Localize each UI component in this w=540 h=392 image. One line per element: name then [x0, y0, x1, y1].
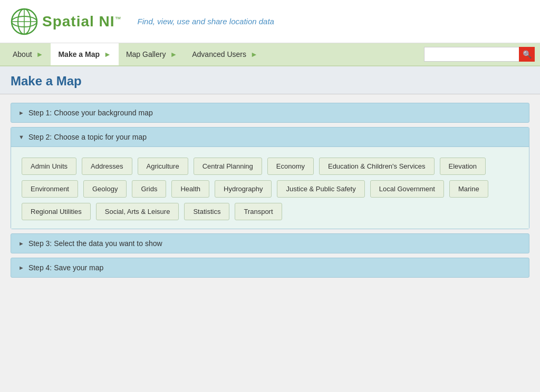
step2-content: Admin UnitsAddressesAgricultureCentral P…: [11, 147, 529, 229]
topic-btn-environment[interactable]: Environment: [22, 180, 78, 198]
topic-btn-marine[interactable]: Marine: [449, 180, 488, 198]
logo-icon: [11, 8, 38, 35]
topic-btn-elevation[interactable]: Elevation: [440, 158, 486, 175]
topic-btn-regional-utilities[interactable]: Regional Utilities: [22, 203, 91, 220]
topic-btn-geology[interactable]: Geology: [83, 180, 127, 198]
main-content: ► Step 1: Choose your background map ▼ S…: [0, 94, 540, 290]
nav-advanced-users-label: Advanced Users: [192, 50, 246, 58]
step1-label: Step 1: Choose your background map: [28, 109, 153, 117]
step3-label: Step 3: Select the data you want to show: [28, 239, 162, 248]
topic-btn-justice---public-safety[interactable]: Justice & Public Safety: [277, 180, 364, 198]
topic-btn-agriculture[interactable]: Agriculture: [138, 158, 188, 175]
page-title: Make a Map: [11, 74, 529, 89]
topic-btn-education---children-s-services[interactable]: Education & Children's Services: [319, 158, 435, 175]
step4-panel: ► Step 4: Save your map: [11, 258, 529, 278]
nav-map-gallery-arrow: ►: [170, 50, 177, 58]
topic-btn-economy[interactable]: Economy: [267, 158, 314, 175]
nav-about-arrow: ►: [36, 50, 44, 58]
search-icon: 🔍: [523, 50, 532, 58]
step1-panel: ► Step 1: Choose your background map: [11, 103, 529, 123]
nav-make-a-map-label: Make a Map: [58, 50, 100, 58]
step2-label: Step 2: Choose a topic for your map: [28, 133, 147, 141]
site-header: Spatial NI™ Find, view, use and share lo…: [0, 0, 540, 43]
nav-about[interactable]: About ►: [5, 43, 51, 65]
step2-toggle: ▼: [18, 134, 24, 140]
nav-make-a-map-arrow: ►: [104, 50, 111, 58]
tagline: Find, view, use and share location data: [138, 17, 274, 26]
step3-panel: ► Step 3: Select the data you want to sh…: [11, 233, 529, 253]
nav-advanced-users-arrow: ►: [250, 50, 258, 58]
logo-name: Spatial NI: [42, 13, 115, 30]
nav-map-gallery-label: Map Gallery: [126, 50, 166, 58]
step2-header[interactable]: ▼ Step 2: Choose a topic for your map: [11, 128, 529, 147]
topic-btn-local-government[interactable]: Local Government: [370, 180, 444, 198]
logo-area[interactable]: Spatial NI™: [11, 8, 122, 35]
search-area: 🔍: [424, 47, 535, 62]
logo-tm: ™: [115, 15, 122, 22]
topic-btn-hydrography[interactable]: Hydrography: [215, 180, 272, 198]
topic-btn-health[interactable]: Health: [171, 180, 209, 198]
navbar: About ► Make a Map ► Map Gallery ► Advan…: [0, 43, 540, 66]
step1-toggle: ►: [18, 110, 24, 116]
step4-toggle: ►: [18, 264, 24, 271]
topic-btn-admin-units[interactable]: Admin Units: [22, 158, 76, 175]
step2-panel: ▼ Step 2: Choose a topic for your map Ad…: [11, 127, 529, 229]
nav-about-label: About: [13, 50, 32, 58]
step3-header[interactable]: ► Step 3: Select the data you want to sh…: [11, 234, 529, 253]
step4-label: Step 4: Save your map: [28, 263, 103, 272]
search-input[interactable]: [424, 47, 519, 62]
topic-btn-central-planning[interactable]: Central Planning: [194, 158, 262, 175]
topic-btn-addresses[interactable]: Addresses: [82, 158, 132, 175]
nav-make-a-map[interactable]: Make a Map ►: [51, 43, 118, 65]
nav-advanced-users[interactable]: Advanced Users ►: [185, 43, 265, 65]
logo-text: Spatial NI™: [42, 13, 122, 30]
search-button[interactable]: 🔍: [519, 47, 535, 62]
nav-map-gallery[interactable]: Map Gallery ►: [119, 43, 185, 65]
step4-header[interactable]: ► Step 4: Save your map: [11, 258, 529, 277]
step3-toggle: ►: [18, 240, 24, 247]
step1-header[interactable]: ► Step 1: Choose your background map: [11, 103, 529, 122]
page-title-area: Make a Map: [0, 66, 540, 94]
topic-btn-statistics[interactable]: Statistics: [184, 203, 229, 220]
topic-grid: Admin UnitsAddressesAgricultureCentral P…: [22, 158, 518, 220]
topic-btn-transport[interactable]: Transport: [235, 203, 282, 220]
topic-btn-grids[interactable]: Grids: [132, 180, 166, 198]
topic-btn-social--arts---leisure[interactable]: Social, Arts & Leisure: [96, 203, 179, 220]
